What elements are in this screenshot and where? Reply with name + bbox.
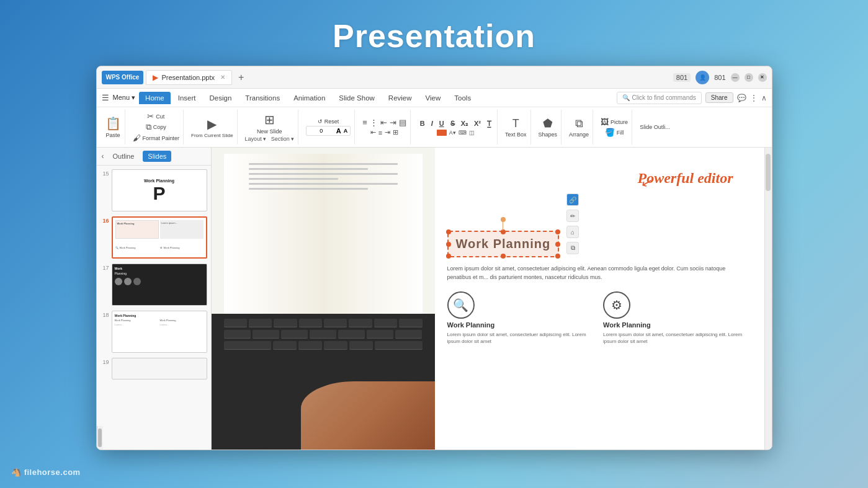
- menu-label[interactable]: Menu ▾: [113, 94, 136, 102]
- user-number-badge: 801: [714, 74, 725, 81]
- list-item[interactable]: 15 Work Planning P: [99, 168, 208, 213]
- tab-view[interactable]: View: [419, 92, 447, 104]
- keyboard-key: [399, 319, 422, 327]
- add-tab-button[interactable]: +: [235, 72, 248, 83]
- text-box-selected[interactable]: Work Planning: [447, 231, 560, 257]
- ribbon-tools: 📋 Paste ✂ Cut ⧉ Copy 🖌 Format Painter: [97, 107, 772, 147]
- list-item[interactable]: 19: [99, 357, 208, 381]
- align-right-icon[interactable]: ⇥: [385, 128, 390, 136]
- indent-left-icon[interactable]: ⇤: [380, 118, 387, 127]
- tab-slideshow[interactable]: Slide Show: [333, 92, 381, 104]
- keyboard-key: [274, 319, 297, 327]
- from-current-slide-button[interactable]: ▶ From Current Slide: [191, 117, 233, 138]
- align-left-icon[interactable]: ⇤: [370, 128, 376, 136]
- list-item[interactable]: 17 Work Planning: [99, 262, 208, 307]
- presentation-icon: ▶: [153, 73, 158, 82]
- arrange-group: ⧉ Arrange: [565, 110, 593, 144]
- tab-design[interactable]: Design: [204, 92, 238, 104]
- slide-thumbnail[interactable]: Work Planning: [112, 264, 207, 306]
- highlight-button[interactable]: ⌨: [459, 130, 467, 136]
- font-color-button[interactable]: A▾: [449, 130, 456, 136]
- more-options-icon[interactable]: ⋮: [750, 94, 758, 102]
- section-label: Section: [271, 136, 290, 142]
- list-item[interactable]: 16 Work Planning Lorem ipsum... 🔍Work Pl…: [99, 215, 208, 260]
- shadow-button[interactable]: ◫: [469, 130, 475, 136]
- close-tab-icon[interactable]: ✕: [220, 74, 225, 81]
- user-count: 801: [673, 73, 691, 82]
- align-icon[interactable]: ▤: [399, 118, 406, 127]
- list-item[interactable]: 18 Work Planning Work Planning Work Plan…: [99, 309, 208, 354]
- collapse-ribbon-icon[interactable]: ∧: [761, 94, 767, 102]
- arrange-button[interactable]: ⧉ Arrange: [569, 117, 589, 138]
- slide-thumbnail[interactable]: Work Planning Lorem ipsum... 🔍Work Plann…: [112, 216, 207, 259]
- slides-scrollbar[interactable]: [97, 426, 103, 450]
- bullet-list-icon[interactable]: ≡: [362, 118, 367, 127]
- ribbon: ☰ Menu ▾ Home Insert Design Transitions …: [97, 89, 772, 148]
- wps-office-button[interactable]: WPS Office: [102, 71, 144, 84]
- scrollbar-thumb[interactable]: [766, 154, 771, 191]
- shapes-icon: ⬟: [543, 117, 553, 130]
- minimize-button[interactable]: —: [731, 73, 740, 82]
- increase-font-button[interactable]: A: [336, 127, 341, 135]
- filehorse-text: filehorse.com: [24, 468, 81, 477]
- layout-button[interactable]: Layout ▾: [245, 136, 266, 142]
- title-bar-left: WPS Office ▶ Presentation.pptx ✕ +: [102, 70, 671, 85]
- edit-icon-link[interactable]: 🔗: [566, 193, 579, 206]
- edit-icon-home[interactable]: ⌂: [566, 226, 579, 238]
- tab-transitions[interactable]: Transitions: [239, 92, 286, 104]
- reset-button[interactable]: ↺ Reset: [318, 118, 339, 125]
- picture-button[interactable]: 🖼 Picture: [601, 117, 628, 126]
- italic-button[interactable]: I: [429, 119, 435, 128]
- subscript-button[interactable]: X₂: [459, 119, 470, 128]
- maximize-button[interactable]: □: [745, 73, 753, 82]
- strikethrough-button[interactable]: S̶: [449, 119, 457, 128]
- filehorse-watermark: 🐴 filehorse.com: [11, 468, 81, 477]
- slide-outline-button[interactable]: Slide Outli...: [640, 124, 670, 130]
- search-icon: 🔍: [453, 298, 468, 313]
- font-size-input[interactable]: 0: [309, 128, 334, 134]
- tab-insert[interactable]: Insert: [172, 92, 202, 104]
- share-button[interactable]: Share: [705, 92, 733, 103]
- tab-review[interactable]: Review: [382, 92, 418, 104]
- section-button[interactable]: Section ▾: [271, 136, 294, 142]
- search-command-box[interactable]: 🔍 Click to find commands: [617, 92, 701, 104]
- edit-icon-layers[interactable]: ⧉: [566, 242, 579, 254]
- hamburger-menu-icon[interactable]: ☰: [102, 93, 109, 102]
- copy-button[interactable]: ⧉ Copy: [146, 122, 166, 132]
- app-window: WPS Office ▶ Presentation.pptx ✕ + 801 👤…: [96, 66, 772, 450]
- close-button[interactable]: ✕: [758, 73, 767, 82]
- align-center-icon[interactable]: ≡: [378, 129, 382, 136]
- shapes-button[interactable]: ⬟ Shapes: [539, 117, 558, 138]
- tab-tools[interactable]: Tools: [448, 92, 477, 104]
- editor-scrollbar[interactable]: [764, 148, 772, 450]
- slide-thumbnail[interactable]: Work Planning Work Planning Work Plannin…: [112, 311, 207, 353]
- tab-animation[interactable]: Animation: [287, 92, 331, 104]
- tab-outline[interactable]: Outline: [108, 151, 140, 162]
- panel-collapse-icon[interactable]: ‹: [102, 152, 104, 161]
- edit-icon-edit[interactable]: ✏: [566, 210, 579, 222]
- tab-home[interactable]: Home: [139, 92, 171, 104]
- scrollbar-thumb[interactable]: [98, 428, 102, 447]
- distribute-icon[interactable]: ⊞: [393, 128, 398, 136]
- numbered-list-icon[interactable]: ⋮: [370, 118, 378, 127]
- superscript-button[interactable]: X²: [472, 119, 483, 128]
- new-slide-button[interactable]: ⊞ New Slide: [257, 112, 282, 135]
- keyboard-key: [375, 341, 422, 350]
- tab-slides[interactable]: Slides: [143, 151, 171, 162]
- fill-button[interactable]: 🪣 Fill: [605, 128, 624, 137]
- text-box-title[interactable]: Work Planning: [456, 237, 551, 251]
- textbox-button[interactable]: T Text Box: [505, 117, 527, 138]
- cut-button[interactable]: ✂ Cut: [147, 112, 164, 121]
- chat-icon[interactable]: 💬: [737, 94, 746, 102]
- underline-button[interactable]: U: [437, 119, 446, 128]
- user-avatar[interactable]: 👤: [696, 71, 709, 84]
- slide-thumbnail[interactable]: Work Planning P: [112, 169, 207, 211]
- clear-format-button[interactable]: T̲: [485, 119, 493, 128]
- paste-button[interactable]: 📋 Paste: [105, 116, 121, 138]
- slide-thumbnail[interactable]: [112, 358, 207, 379]
- file-tab[interactable]: ▶ Presentation.pptx ✕: [146, 70, 232, 85]
- indent-right-icon[interactable]: ⇥: [390, 118, 396, 127]
- format-painter-button[interactable]: 🖌 Format Painter: [133, 133, 180, 143]
- bold-button[interactable]: B: [418, 119, 427, 128]
- decrease-font-button[interactable]: A: [344, 128, 348, 134]
